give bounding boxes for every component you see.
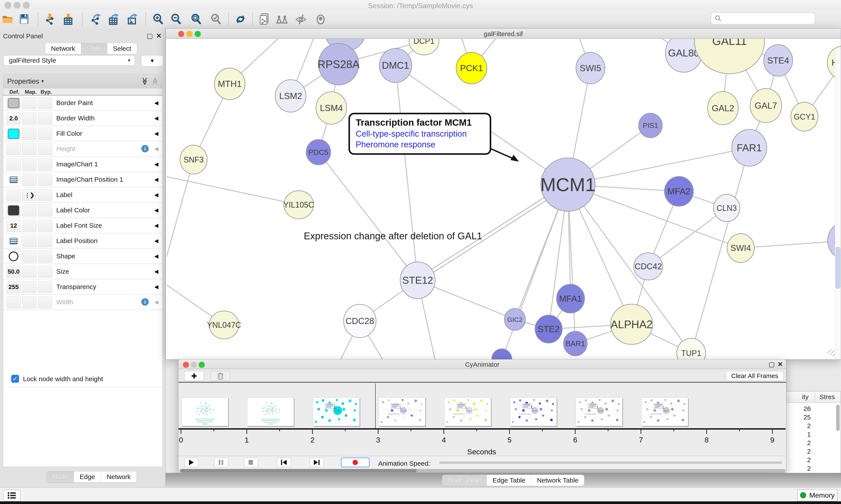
tab-network[interactable]: Network bbox=[45, 43, 81, 54]
cyanimator-hscrollbar[interactable] bbox=[179, 469, 786, 472]
expand-row-icon[interactable]: ◀ bbox=[155, 100, 158, 106]
node-ste12[interactable]: STE12 bbox=[400, 262, 435, 299]
node-gcy1[interactable]: GCY1 bbox=[791, 102, 818, 131]
bypass-cell[interactable] bbox=[38, 128, 52, 140]
close-panel-icon[interactable]: ✕ bbox=[777, 360, 783, 368]
node-mcm1[interactable]: MCM1 bbox=[540, 158, 595, 211]
frame-thumbnail-6[interactable]: MCM1 bbox=[576, 398, 622, 426]
previous-button[interactable] bbox=[276, 457, 291, 467]
expand-row-icon[interactable]: ◀ bbox=[155, 161, 158, 167]
close-panel-icon[interactable]: ✕ bbox=[156, 32, 162, 40]
bypass-cell[interactable] bbox=[38, 158, 52, 170]
search-input[interactable] bbox=[722, 15, 806, 22]
frame-thumbnail-7[interactable]: MCM1 bbox=[642, 398, 688, 426]
first-neighbors-icon[interactable] bbox=[275, 12, 289, 26]
bypass-cell[interactable] bbox=[38, 250, 52, 263]
node-dmc1[interactable]: DMC1 bbox=[379, 48, 412, 83]
bypass-cell[interactable] bbox=[38, 266, 52, 278]
import-network-icon[interactable] bbox=[43, 12, 57, 26]
expand-row-icon[interactable]: ◀ bbox=[155, 268, 158, 274]
default-value-cell[interactable]: 2.0 bbox=[6, 112, 21, 125]
expand-row-icon[interactable]: ◀ bbox=[155, 238, 158, 244]
style-selector[interactable]: galFiltered Style ▾ bbox=[3, 55, 135, 66]
bypass-cell[interactable] bbox=[38, 97, 52, 109]
node-ste4[interactable]: STE4 bbox=[764, 45, 793, 76]
canvas-vscrollbar[interactable] bbox=[835, 49, 841, 359]
node-cdc42[interactable]: CDC42 bbox=[634, 253, 663, 280]
canvas-vscrollbar-thumb[interactable] bbox=[836, 247, 840, 289]
expand-row-icon[interactable]: ◀ bbox=[155, 253, 158, 259]
bypass-cell[interactable] bbox=[38, 235, 52, 247]
node-cln3[interactable]: CLN3 bbox=[714, 194, 740, 221]
zoom-in-icon[interactable] bbox=[151, 12, 165, 26]
record-button[interactable] bbox=[341, 457, 370, 467]
mapping-cell[interactable] bbox=[22, 128, 37, 140]
node-pdc5[interactable]: PDC5 bbox=[306, 140, 331, 165]
node-swi5[interactable]: SWI5 bbox=[576, 52, 605, 84]
play-button[interactable] bbox=[184, 457, 199, 467]
annotation-link-1[interactable]: Cell-type-specific transcription bbox=[356, 129, 484, 139]
export-image-icon[interactable] bbox=[125, 12, 140, 26]
default-value-cell[interactable] bbox=[6, 296, 21, 308]
bypass-cell[interactable] bbox=[38, 112, 52, 125]
node-mfa1[interactable]: MFA1 bbox=[556, 284, 585, 313]
save-session-icon[interactable] bbox=[17, 12, 31, 26]
bypass-cell[interactable] bbox=[38, 189, 52, 201]
property-row-label-position[interactable]: Label Position◀ bbox=[3, 233, 162, 249]
node-yil105c[interactable]: YIL105C bbox=[283, 191, 314, 219]
node-bar1[interactable]: BAR1 bbox=[563, 331, 587, 356]
clone-network-icon[interactable] bbox=[257, 12, 272, 26]
property-row-shape[interactable]: Shape◀ bbox=[3, 249, 162, 264]
bypass-cell[interactable] bbox=[38, 281, 52, 293]
export-network-icon[interactable] bbox=[88, 12, 103, 26]
property-row-width[interactable]: Widthi◀ bbox=[3, 295, 162, 310]
node-pis1[interactable]: PIS1 bbox=[639, 113, 662, 138]
property-row-border-width[interactable]: 2.0Border Width◀ bbox=[3, 111, 162, 126]
refresh-view-icon[interactable] bbox=[233, 12, 248, 26]
node-swi4[interactable]: SWI4 bbox=[727, 234, 754, 263]
float-panel-icon[interactable]: ▢ bbox=[769, 360, 775, 368]
delete-frame-button[interactable] bbox=[211, 371, 230, 381]
info-icon[interactable]: i bbox=[141, 145, 149, 152]
column-ity[interactable]: ity bbox=[802, 393, 809, 401]
network-window-titlebar[interactable]: galFiltered.sif bbox=[166, 29, 841, 39]
node-dcp1[interactable]: DCP1 bbox=[409, 39, 439, 55]
property-row-label-color[interactable]: Label Color◀ bbox=[3, 203, 162, 218]
open-session-icon[interactable] bbox=[1, 12, 15, 26]
expand-row-icon[interactable]: ◀ bbox=[155, 284, 158, 290]
tab-style[interactable]: Style bbox=[81, 43, 107, 54]
node-gal11[interactable]: GAL11 bbox=[695, 39, 765, 74]
collapse-all-icon[interactable]: ≫ bbox=[150, 77, 159, 85]
frame-thumbnail-5[interactable]: MCM1 bbox=[510, 398, 557, 426]
default-value-cell[interactable] bbox=[6, 97, 21, 109]
mapping-cell[interactable] bbox=[22, 174, 37, 186]
mapping-cell[interactable] bbox=[22, 158, 37, 170]
mapping-cell[interactable] bbox=[22, 143, 37, 155]
table-scrollbar-thumb[interactable] bbox=[836, 404, 840, 431]
node-mth1[interactable]: MTH1 bbox=[214, 68, 245, 100]
bypass-cell[interactable] bbox=[38, 220, 52, 232]
property-row-size[interactable]: 50.0Size◀ bbox=[3, 264, 162, 280]
frame-thumbnail-0[interactable] bbox=[182, 398, 228, 426]
zoom-fit-icon[interactable] bbox=[189, 12, 203, 26]
default-value-cell[interactable] bbox=[6, 158, 21, 170]
default-value-cell[interactable] bbox=[6, 174, 21, 186]
frame-thumbnail-1[interactable] bbox=[247, 398, 294, 426]
frame-thumbnail-4[interactable]: MCM1 bbox=[444, 398, 491, 426]
animation-speed-slider[interactable] bbox=[439, 462, 782, 464]
expand-row-icon[interactable]: ◀ bbox=[155, 299, 158, 305]
bypass-cell[interactable] bbox=[38, 174, 52, 186]
mapping-cell[interactable] bbox=[22, 204, 37, 217]
cyanimator-hscrollbar-thumb[interactable] bbox=[180, 469, 417, 472]
node-lsm4[interactable]: LSM4 bbox=[316, 92, 347, 124]
default-value-cell[interactable]: 50.0 bbox=[6, 266, 21, 278]
tab-node[interactable]: Node bbox=[47, 471, 74, 482]
hide-selected-icon[interactable] bbox=[294, 12, 308, 26]
default-value-cell[interactable]: 255 bbox=[6, 281, 21, 293]
node-ynl047c[interactable]: YNL047C bbox=[207, 311, 241, 339]
pause-button[interactable] bbox=[214, 457, 229, 467]
property-row-fill-color[interactable]: Fill Color◀ bbox=[3, 126, 162, 141]
property-row-image-chart-position-1[interactable]: Image/Chart Position 1◀ bbox=[3, 172, 162, 187]
tab-edge-table[interactable]: Edge Table bbox=[487, 475, 531, 486]
tab-network[interactable]: Network bbox=[101, 471, 137, 482]
